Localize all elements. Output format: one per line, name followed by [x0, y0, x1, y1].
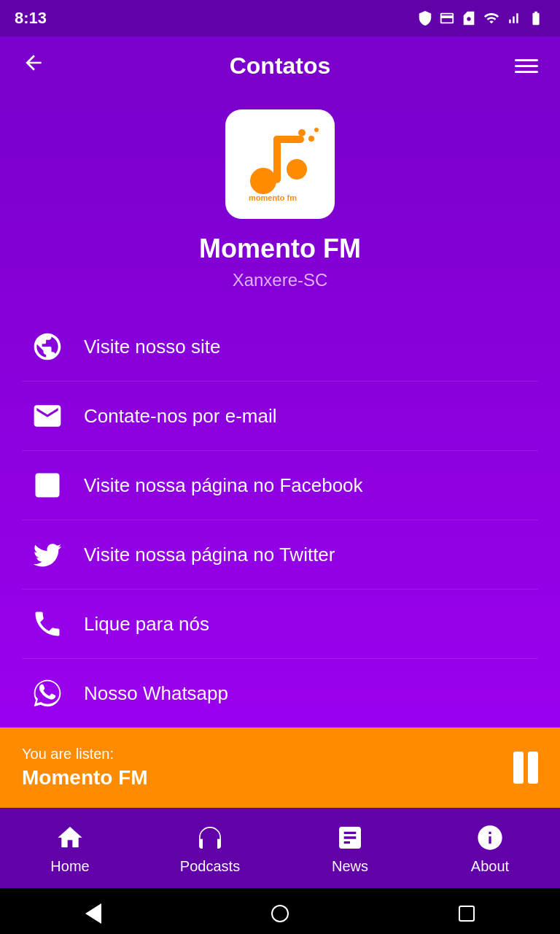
contact-label-whatsapp: Nosso Whatsapp	[84, 682, 228, 705]
menu-line	[515, 65, 538, 67]
android-back-button[interactable]	[85, 903, 101, 924]
android-home-button[interactable]	[271, 905, 289, 922]
station-logo: momento fm	[225, 109, 335, 219]
back-triangle-icon	[85, 903, 101, 924]
recents-square-icon	[459, 906, 475, 922]
status-icons	[417, 10, 545, 26]
status-time: 8:13	[15, 9, 47, 28]
menu-button[interactable]	[515, 59, 538, 73]
contact-item-whatsapp[interactable]: Nosso Whatsapp	[22, 659, 538, 727]
back-button[interactable]	[22, 51, 45, 80]
page-title: Contatos	[230, 53, 331, 80]
status-bar: 8:13	[0, 0, 560, 36]
nav-label-podcasts: Podcasts	[180, 858, 240, 875]
nav-item-podcasts[interactable]: Podcasts	[140, 822, 280, 875]
svg-text:momento fm: momento fm	[249, 193, 297, 202]
contact-item-twitter[interactable]: Visite nossa página no Twitter	[22, 520, 538, 590]
now-playing-station: Momento FM	[22, 766, 148, 790]
contact-label-facebook: Visite nossa página no Facebook	[84, 474, 363, 497]
nav-item-news[interactable]: News	[280, 822, 420, 875]
contact-item-website[interactable]: Visite nosso site	[22, 312, 538, 382]
globe-icon	[29, 328, 66, 365]
contact-label-twitter: Visite nossa página no Twitter	[84, 544, 335, 566]
pause-bar-right	[528, 752, 538, 784]
home-circle-icon	[271, 905, 289, 922]
nav-label-home: Home	[50, 858, 89, 875]
bottom-nav: Home Podcasts News About	[0, 808, 560, 888]
news-icon	[334, 822, 366, 854]
contacts-list: Visite nosso site Contate-nos por e-mail…	[0, 312, 560, 727]
svg-rect-3	[273, 136, 304, 143]
now-playing-label: You are listen:	[22, 746, 148, 763]
now-playing-bar[interactable]: You are listen: Momento FM	[0, 727, 560, 808]
main-content: momento fm Momento FM Xanxere-SC Visite …	[0, 95, 560, 727]
headphones-icon	[194, 822, 226, 854]
whatsapp-icon	[29, 675, 66, 711]
wifi-icon	[483, 10, 500, 26]
contact-item-facebook[interactable]: Visite nossa página no Facebook	[22, 451, 538, 520]
contact-item-email[interactable]: Contate-nos por e-mail	[22, 382, 538, 451]
svg-point-6	[314, 128, 319, 132]
card-icon	[439, 10, 455, 26]
contact-label-website: Visite nosso site	[84, 336, 220, 358]
svg-point-0	[250, 168, 276, 194]
facebook-icon	[29, 467, 66, 503]
android-recents-button[interactable]	[459, 906, 475, 922]
contact-label-phone: Lique para nós	[84, 613, 209, 636]
header: Contatos	[0, 36, 560, 95]
logo-image: momento fm	[233, 117, 327, 212]
station-location: Xanxere-SC	[233, 270, 328, 290]
nav-item-about[interactable]: About	[420, 822, 560, 875]
phone-icon	[29, 606, 66, 642]
svg-point-1	[287, 159, 307, 180]
nav-item-home[interactable]: Home	[0, 822, 140, 875]
email-icon	[29, 398, 66, 434]
nav-label-news: News	[332, 858, 368, 875]
pause-bar-left	[513, 752, 524, 784]
info-icon	[474, 822, 506, 854]
contact-item-phone[interactable]: Lique para nós	[22, 590, 538, 659]
station-name: Momento FM	[199, 234, 361, 264]
home-icon	[54, 822, 86, 854]
svg-point-4	[298, 129, 306, 136]
sim-icon	[461, 10, 477, 26]
twitter-icon	[29, 536, 66, 573]
contact-label-email: Contate-nos por e-mail	[84, 405, 276, 428]
menu-line	[515, 59, 538, 61]
signal-icon	[506, 10, 521, 26]
now-playing-text: You are listen: Momento FM	[22, 746, 148, 790]
menu-line	[515, 71, 538, 73]
shield-icon	[417, 10, 433, 26]
pause-button[interactable]	[513, 752, 538, 784]
battery-icon	[526, 10, 545, 26]
svg-point-5	[308, 136, 314, 142]
android-nav	[0, 888, 560, 934]
status-left: 8:13	[15, 9, 47, 28]
nav-label-about: About	[471, 858, 509, 875]
